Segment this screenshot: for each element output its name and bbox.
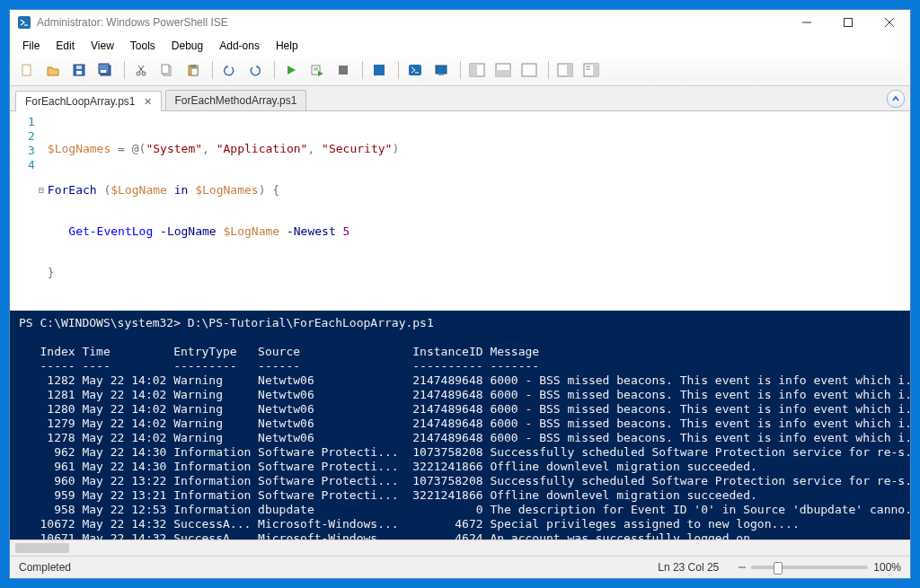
horizontal-scrollbar[interactable] [10,540,910,556]
scroll-thumb[interactable] [15,543,69,553]
menubar: File Edit View Tools Debug Add-ons Help [10,35,910,57]
save-icon[interactable] [67,58,91,82]
open-file-icon[interactable] [41,58,65,82]
maximize-button[interactable] [827,10,869,35]
tab-label: ForEachMethodArray.ps1 [175,94,297,107]
svg-rect-11 [101,70,106,73]
layout1-icon[interactable] [465,58,489,82]
cut-icon[interactable] [129,58,153,82]
svg-rect-8 [76,66,82,69]
menu-addons[interactable]: Add-ons [212,37,267,55]
window-title: Administrator: Windows PowerShell ISE [37,16,786,29]
separator [548,61,549,79]
save-all-icon[interactable] [93,58,117,82]
svg-rect-31 [470,64,477,76]
layout3-icon[interactable] [518,58,541,82]
close-icon[interactable]: ✕ [144,96,152,108]
copy-icon[interactable] [155,58,179,82]
menu-tools[interactable]: Tools [123,37,163,55]
toolbar [10,57,910,86]
svg-rect-7 [76,71,82,75]
breakpoint-icon[interactable] [367,58,391,82]
window: Administrator: Windows PowerShell ISE Fi… [9,9,911,579]
layout2-icon[interactable] [491,58,515,82]
zoom-out-icon[interactable] [739,564,746,571]
svg-rect-33 [496,70,510,76]
svg-rect-34 [522,64,536,76]
svg-point-12 [137,72,140,75]
redo-icon[interactable] [243,58,267,82]
tab-foreachmethodarray[interactable]: ForEachMethodArray.ps1 [165,90,307,110]
separator [460,61,461,79]
svg-rect-2 [845,19,853,27]
svg-rect-19 [190,65,196,67]
menu-debug[interactable]: Debug [164,37,210,55]
zoom-control[interactable]: 100% [739,561,901,574]
separator [274,61,275,79]
svg-rect-29 [438,75,444,75]
separator [124,61,125,79]
svg-rect-24 [339,66,348,75]
code-area[interactable]: $LogNames = @("System", "Application", "… [48,115,399,307]
line-number: 3 [28,144,35,158]
svg-point-13 [142,72,146,75]
powershell-icon[interactable] [403,58,427,82]
zoom-slider[interactable] [751,566,868,569]
line-number: 4 [28,158,35,172]
minimize-button[interactable] [786,10,827,35]
zoom-value: 100% [873,561,901,574]
status-text: Completed [19,561,71,574]
svg-rect-38 [593,64,598,76]
app-icon [17,15,31,30]
tab-label: ForEachLoopArray.ps1 [25,95,136,108]
script-editor[interactable]: 1 2 3 4 $LogNames = @("System", "Applica… [10,111,910,311]
undo-icon[interactable] [217,58,241,82]
cmdpane1-icon[interactable] [553,58,577,82]
editor-tabbar: ForEachLoopArray.ps1 ✕ ForEachMethodArra… [10,86,910,111]
collapse-pane-button[interactable] [887,90,905,108]
line-number: 2 [28,129,35,144]
svg-rect-36 [567,64,572,76]
menu-edit[interactable]: Edit [49,37,82,55]
menu-view[interactable]: View [84,37,121,55]
svg-line-15 [138,66,143,72]
tab-foreachlooparray[interactable]: ForEachLoopArray.ps1 ✕ [15,91,162,111]
statusbar: Completed Ln 23 Col 25 100% [10,556,910,578]
line-number: 1 [28,115,35,129]
close-button[interactable] [869,10,910,35]
run-icon[interactable] [279,58,303,82]
menu-file[interactable]: File [15,37,47,55]
svg-rect-20 [191,68,198,75]
paste-icon[interactable] [181,58,205,82]
line-gutter: 1 2 3 4 [10,115,48,307]
stop-icon[interactable] [332,58,355,82]
svg-rect-28 [436,66,447,74]
cursor-position: Ln 23 Col 25 [658,561,719,574]
cmdpane2-icon[interactable] [579,58,603,82]
console-pane[interactable]: PS C:\WINDOWS\system32> D:\PS-Tutorial\F… [10,311,910,540]
separator [362,61,363,79]
svg-rect-17 [162,65,169,74]
run-selection-icon[interactable] [305,58,329,82]
slider-thumb[interactable] [774,562,783,575]
remote-icon[interactable] [429,58,453,82]
separator [398,61,399,79]
new-file-icon[interactable] [15,58,39,82]
separator [212,61,213,79]
titlebar[interactable]: Administrator: Windows PowerShell ISE [10,10,910,35]
svg-line-14 [139,66,144,72]
menu-help[interactable]: Help [269,37,305,55]
